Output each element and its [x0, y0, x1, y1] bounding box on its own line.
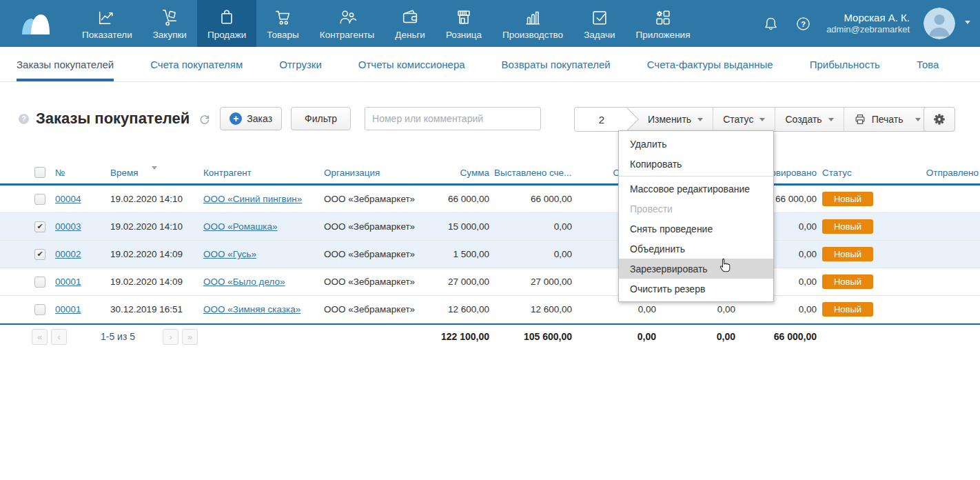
help-icon[interactable]: ? — [794, 14, 813, 33]
hand-truck-icon — [159, 8, 180, 27]
nav-item-money[interactable]: Деньги — [385, 0, 436, 47]
top-navigation: Показатели Закупки Продажи Товары — [0, 0, 980, 47]
col-number[interactable]: № — [55, 168, 110, 178]
mouse-cursor-hand-icon — [717, 257, 732, 277]
menu-item-merge[interactable]: Объединить — [619, 239, 773, 259]
select-all-checkbox[interactable] — [34, 167, 45, 178]
row-checkbox[interactable] — [34, 221, 45, 232]
col-time[interactable]: Время — [110, 166, 203, 179]
sum-value: 12 600,00 — [434, 304, 489, 314]
user-name: Морская А. К. — [826, 11, 910, 25]
reserved-value: 0,00 — [735, 304, 817, 314]
status-badge[interactable]: Новый — [822, 247, 873, 261]
col-sent[interactable]: Отправлено — [897, 168, 980, 178]
col-sum[interactable]: Сумма — [434, 168, 489, 178]
contragent-link[interactable]: ООО «Зимняя сказка» — [203, 304, 300, 314]
order-number-link[interactable]: 00003 — [55, 221, 81, 232]
tab-customer-orders[interactable]: Заказы покупателей — [17, 47, 114, 81]
contragent-link[interactable]: ООО «Синий пингвин» — [203, 194, 302, 204]
nav-item-indicators[interactable]: Показатели — [72, 0, 143, 47]
table-header-row: № Время Контрагент Организация Сумма Выс… — [0, 161, 980, 186]
order-number-link[interactable]: 00002 — [55, 249, 81, 259]
chevron-down-icon — [759, 118, 765, 124]
contragent-link[interactable]: ООО «Гусь» — [203, 249, 256, 259]
menu-item-reserve[interactable]: Зарезервировать — [619, 259, 773, 279]
row-checkbox[interactable] — [34, 194, 45, 205]
user-menu-caret-icon[interactable] — [965, 21, 970, 27]
tab-customer-invoices[interactable]: Счета покупателям — [150, 47, 243, 81]
tab-shipments[interactable]: Отгрузки — [279, 47, 322, 81]
status-badge[interactable]: Новый — [822, 192, 873, 206]
avatar[interactable] — [923, 8, 955, 39]
nav-item-apps[interactable]: Приложения — [625, 0, 700, 47]
search-input[interactable] — [365, 107, 541, 130]
nav-item-counterparties[interactable]: Контрагенты — [309, 0, 385, 47]
shopping-bag-icon — [216, 8, 237, 27]
order-number-link[interactable]: 00001 — [55, 277, 81, 287]
total-reserved: 66 000,00 — [735, 331, 817, 342]
store-icon — [453, 8, 474, 27]
row-checkbox[interactable] — [34, 304, 45, 315]
col-time-label: Время — [110, 168, 139, 178]
notifications-bell-icon[interactable] — [762, 14, 780, 33]
order-number-link[interactable]: 00004 — [55, 194, 81, 204]
tab-customer-returns[interactable]: Возвраты покупателей — [502, 47, 611, 81]
row-checkbox[interactable] — [34, 277, 45, 288]
nav-item-sales[interactable]: Продажи — [197, 0, 256, 47]
pagination-first-button: « — [32, 329, 48, 345]
nav-item-tasks[interactable]: Задачи — [573, 0, 625, 47]
menu-item-clear-reserve[interactable]: Очистить резерв — [619, 279, 773, 299]
menu-item-unpost[interactable]: Снять проведение — [619, 219, 773, 239]
contragent-link[interactable]: ООО «Было дело» — [203, 277, 285, 287]
nav-item-label: Производство — [502, 30, 563, 40]
tab-label: Отгрузки — [279, 59, 322, 70]
tab-products-truncated[interactable]: Това — [917, 47, 939, 81]
menu-item-delete[interactable]: Удалить — [619, 134, 773, 154]
tab-issued-invoices[interactable]: Счета-фактуры выданные — [647, 47, 773, 81]
create-dropdown-button[interactable]: Создать — [775, 108, 843, 131]
status-badge[interactable]: Новый — [822, 274, 873, 289]
status-dropdown-button[interactable]: Статус — [713, 108, 775, 131]
tab-profitability[interactable]: Прибыльность — [810, 47, 880, 81]
order-number-link[interactable]: 00001 — [55, 304, 81, 314]
edit-dropdown-button[interactable]: Изменить — [629, 108, 713, 131]
page-help-icon[interactable]: ? — [19, 114, 29, 124]
settings-button[interactable] — [923, 107, 955, 132]
pagination-last-button: » — [182, 329, 198, 345]
print-dropdown-button[interactable]: Печать — [844, 108, 930, 131]
col-status[interactable]: Статус — [817, 168, 897, 178]
avatar-icon — [923, 8, 955, 39]
toolbar: ? Заказы покупателей + Заказ Фильтр 2 Из… — [0, 106, 980, 131]
nav-item-label: Розница — [446, 30, 482, 40]
status-badge[interactable]: Новый — [822, 302, 873, 317]
new-order-button[interactable]: + Заказ — [220, 107, 282, 130]
nav-item-purchases[interactable]: Закупки — [143, 0, 197, 47]
user-account[interactable]: Морская А. К. admin@zebramarket — [826, 11, 910, 36]
refresh-icon[interactable] — [198, 113, 210, 125]
row-checkbox[interactable] — [34, 249, 45, 260]
order-time: 19.02.2020 14:10 — [110, 194, 203, 204]
menu-item-copy[interactable]: Копировать — [619, 154, 773, 174]
invoiced-value: 27 000,00 — [489, 277, 572, 287]
contragent-link[interactable]: ООО «Ромашка» — [203, 221, 278, 232]
shipped-value: 0,00 — [656, 304, 735, 314]
table-row: 00001 19.02.2020 14:09 ООО «Было дело» О… — [0, 268, 980, 296]
user-email: admin@zebramarket — [826, 24, 910, 36]
edit-dropdown-label: Изменить — [648, 114, 691, 125]
col-contragent[interactable]: Контрагент — [203, 168, 324, 178]
sum-value: 66 000,00 — [434, 194, 489, 204]
menu-item-mass-edit[interactable]: Массовое редактирование — [619, 179, 773, 199]
page-title: Заказы покупателей — [36, 110, 190, 128]
table-row: 00004 19.02.2020 14:10 ООО «Синий пингви… — [0, 186, 980, 213]
app-logo[interactable] — [0, 0, 72, 47]
status-badge[interactable]: Новый — [822, 219, 873, 234]
nav-item-retail[interactable]: Розница — [436, 0, 492, 47]
filter-button[interactable]: Фильтр — [291, 107, 351, 130]
col-organization[interactable]: Организация — [324, 168, 434, 178]
col-invoiced[interactable]: Выставлено сче... — [489, 168, 572, 178]
nav-item-products[interactable]: Товары — [256, 0, 309, 47]
nav-item-production[interactable]: Производство — [492, 0, 573, 47]
tab-commission-reports[interactable]: Отчеты комиссионера — [358, 47, 465, 81]
tab-label: Счета-фактуры выданные — [647, 59, 773, 70]
selected-count-badge: 2 — [575, 108, 629, 131]
